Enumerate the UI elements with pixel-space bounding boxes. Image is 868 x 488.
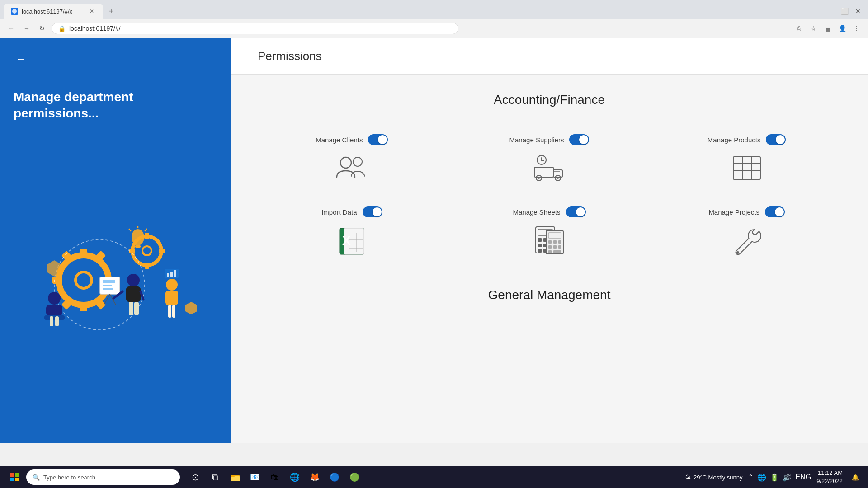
menu-icon[interactable]: ⋮	[851, 23, 863, 34]
maximize-button[interactable]: ⬜	[838, 5, 851, 18]
taskbar-clock[interactable]: 11:12 AM 9/22/2022	[816, 469, 843, 485]
taskbar-cortana[interactable]: ⊙	[186, 468, 204, 486]
svg-rect-89	[548, 245, 552, 249]
profile-icon[interactable]: 👤	[836, 23, 848, 34]
permission-item-manage-projects: Manage Projects	[652, 197, 841, 265]
minimize-button[interactable]: —	[825, 5, 837, 18]
svg-rect-95	[10, 473, 14, 477]
taskbar-onenote[interactable]: 🟢	[345, 468, 363, 486]
taskbar-weather[interactable]: 🌤 29°C Mostly sunny	[685, 474, 743, 481]
taskbar-edge[interactable]: 🌐	[286, 468, 304, 486]
bookmark-icon[interactable]: ☆	[807, 23, 819, 34]
import-data-icon: X	[336, 225, 368, 256]
network-icon[interactable]: 🌐	[757, 473, 766, 482]
lock-icon: 🔒	[58, 25, 66, 32]
reload-button[interactable]: ↻	[36, 23, 48, 34]
manage-projects-header: Manage Projects	[708, 206, 785, 217]
import-data-label: Import Data	[321, 208, 357, 216]
close-button[interactable]: ✕	[852, 5, 864, 18]
manage-clients-header: Manage Clients	[316, 134, 388, 145]
svg-point-40	[166, 279, 178, 291]
tab-label: localhost:61197/#/x	[22, 8, 72, 15]
permission-item-manage-clients: Manage Clients	[258, 125, 446, 193]
taskbar-chrome[interactable]: 🔵	[326, 468, 344, 486]
taskbar-app-icons: ⊙ ⧉ 📧 🛍 🌐 🦊 🔵 🟢	[186, 468, 363, 486]
manage-products-icon	[731, 152, 763, 184]
svg-rect-91	[558, 245, 561, 249]
manage-products-toggle[interactable]	[766, 134, 786, 145]
taskbar-search-box[interactable]: 🔍 Type here to search	[26, 469, 180, 485]
manage-sheets-icon	[533, 225, 565, 256]
page-header: Permissions	[231, 38, 868, 75]
svg-rect-35	[126, 286, 141, 302]
weather-icon: 🌤	[685, 474, 691, 481]
svg-marker-45	[185, 302, 197, 314]
manage-clients-icon	[336, 152, 368, 184]
taskbar-mail[interactable]: 📧	[246, 468, 264, 486]
browser-actions: ⎙ ☆ ▤ 👤 ⋮	[793, 23, 863, 34]
manage-suppliers-toggle[interactable]	[569, 134, 589, 145]
language-icon: ENG	[795, 473, 811, 481]
new-tab-button[interactable]: +	[105, 5, 118, 18]
battery-icon[interactable]: 🔋	[770, 473, 779, 482]
manage-sheets-toggle[interactable]	[566, 206, 586, 217]
app-container: ← Manage department permissions...	[0, 38, 868, 443]
svg-point-12	[142, 246, 151, 255]
tab-close-button[interactable]: ✕	[88, 7, 96, 15]
svg-rect-47	[167, 273, 169, 277]
svg-rect-96	[15, 473, 19, 477]
svg-rect-24	[46, 305, 62, 316]
taskbar-file-explorer[interactable]	[226, 468, 244, 486]
share-icon[interactable]: ⎙	[793, 23, 805, 34]
svg-point-50	[340, 157, 351, 168]
sidebar-title: Manage department permissions...	[14, 89, 217, 122]
sidebar-icon[interactable]: ▤	[822, 23, 834, 34]
start-button[interactable]	[5, 468, 24, 486]
svg-rect-88	[558, 240, 561, 244]
forward-button[interactable]: →	[21, 23, 33, 34]
permission-item-manage-products: Manage Products	[652, 125, 841, 193]
taskbar-right: 🌤 29°C Mostly sunny ⌃ 🌐 🔋 🔊 ENG 11:12 AM…	[685, 469, 863, 485]
taskbar-store[interactable]: 🛍	[266, 468, 284, 486]
permission-item-manage-sheets: Manage Sheets	[455, 197, 644, 265]
taskbar-task-view[interactable]: ⧉	[206, 468, 224, 486]
manage-products-header: Manage Products	[708, 134, 786, 145]
manage-clients-toggle[interactable]	[368, 134, 388, 145]
weather-text: 29°C Mostly sunny	[693, 474, 743, 481]
svg-rect-13	[145, 233, 149, 239]
manage-clients-label: Manage Clients	[316, 136, 363, 144]
notification-button[interactable]: 🔔	[848, 470, 863, 484]
svg-rect-98	[15, 478, 19, 481]
chevron-icon[interactable]: ⌃	[748, 473, 754, 482]
svg-rect-43	[172, 305, 175, 318]
svg-rect-93	[553, 250, 561, 253]
svg-rect-29	[103, 280, 115, 283]
svg-rect-102	[231, 475, 235, 477]
import-data-header: Import Data	[321, 206, 382, 217]
svg-rect-39	[134, 302, 139, 315]
sound-icon[interactable]: 🔊	[783, 473, 792, 482]
svg-rect-92	[548, 250, 552, 253]
svg-point-51	[353, 157, 362, 166]
svg-rect-86	[548, 240, 552, 244]
accounting-section-title: Accounting/Finance	[258, 93, 841, 107]
manage-products-label: Manage Products	[708, 136, 761, 144]
svg-rect-26	[50, 316, 53, 326]
manage-sheets-header: Manage Sheets	[513, 206, 585, 217]
manage-projects-toggle[interactable]	[765, 206, 785, 217]
active-tab[interactable]: localhost:61197/#/x ✕	[4, 4, 103, 19]
sidebar: ← Manage department permissions...	[0, 38, 231, 443]
taskbar-firefox[interactable]: 🦊	[306, 468, 324, 486]
import-data-toggle[interactable]	[363, 206, 382, 217]
taskbar-system-icons: ⌃ 🌐 🔋 🔊 ENG	[748, 473, 811, 482]
tab-favicon	[11, 8, 18, 15]
svg-rect-97	[10, 478, 14, 481]
back-button[interactable]: ←	[5, 23, 17, 34]
url-bar[interactable]: 🔒 localhost:61197/#/	[52, 23, 458, 34]
svg-rect-31	[103, 288, 113, 290]
back-navigation-button[interactable]: ←	[14, 52, 28, 66]
browser-chrome: localhost:61197/#/x ✕ + — ⬜ ✕ ← → ↻ 🔒 lo…	[0, 0, 868, 38]
accounting-permission-grid: Manage Clients Ma	[258, 125, 841, 265]
svg-rect-6	[52, 277, 61, 284]
svg-point-94	[736, 251, 739, 254]
